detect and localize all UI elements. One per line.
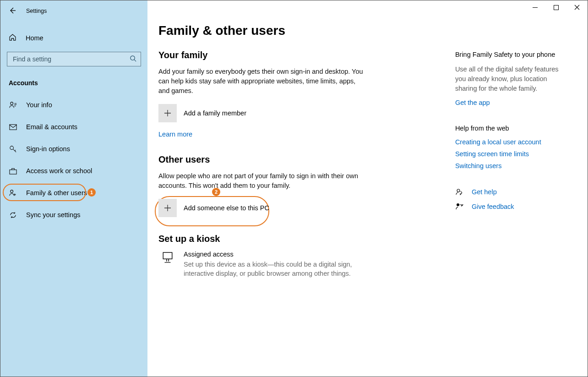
- side-safety: Bring Family Safety to your phone Use al…: [455, 51, 569, 106]
- mail-icon: [9, 123, 17, 131]
- sidebar-item-label: Family & other users: [26, 189, 87, 197]
- side-support: Get help Give feedback: [455, 188, 569, 211]
- svg-point-5: [10, 190, 13, 192]
- sidebar-item-your-info[interactable]: Your info: [0, 94, 147, 116]
- content-columns: Your family Add your family so everybody…: [158, 50, 569, 279]
- svg-point-0: [131, 56, 135, 60]
- settings-app: Settings Home Accounts Your info: [0, 0, 588, 377]
- people-icon: [9, 189, 17, 197]
- web-link-switching[interactable]: Switching users: [455, 162, 569, 169]
- search-box: [7, 52, 141, 66]
- add-other-label: Add someone else to this PC: [184, 204, 269, 212]
- close-button[interactable]: [566, 0, 588, 14]
- sidebar-item-label: Email & accounts: [26, 123, 77, 131]
- sidebar-item-signin[interactable]: Sign-in options: [0, 138, 147, 160]
- side-safety-title: Bring Family Safety to your phone: [455, 51, 569, 58]
- sidebar-home[interactable]: Home: [0, 29, 147, 47]
- others-desc: Allow people who are not part of your fa…: [158, 171, 367, 191]
- family-desc: Add your family so everybody gets their …: [158, 67, 367, 96]
- give-feedback-label: Give feedback: [472, 203, 514, 210]
- home-icon: [9, 33, 16, 43]
- section-others-heading: Other users: [158, 154, 428, 165]
- maximize-button[interactable]: [545, 0, 566, 14]
- learn-more-link[interactable]: Learn more: [158, 131, 192, 138]
- side-web-help: Help from the web Creating a local user …: [455, 125, 569, 169]
- web-link-screen-time[interactable]: Setting screen time limits: [455, 150, 569, 158]
- page-title: Family & other users: [158, 23, 569, 38]
- window-controls: [524, 0, 588, 14]
- annotation-badge-1: 1: [87, 188, 96, 197]
- kiosk-icon: [158, 251, 177, 279]
- side-web-title: Help from the web: [455, 125, 569, 132]
- sidebar-item-label: Your info: [26, 101, 52, 109]
- sidebar-item-family[interactable]: Family & other users 1: [0, 182, 147, 204]
- add-other-user-button[interactable]: Add someone else to this PC: [158, 199, 271, 217]
- add-family-member-button[interactable]: Add a family member: [158, 104, 428, 122]
- sync-icon: [9, 211, 17, 219]
- nav-list: Your info Email & accounts Sign-in optio…: [0, 94, 147, 226]
- section-kiosk-heading: Set up a kiosk: [158, 234, 428, 244]
- search-input[interactable]: [7, 52, 141, 66]
- sidebar-item-email[interactable]: Email & accounts: [0, 116, 147, 138]
- sidebar-item-label: Sign-in options: [26, 145, 70, 153]
- feedback-icon: [455, 202, 463, 211]
- assigned-access-button[interactable]: Assigned access Set up this device as a …: [158, 251, 428, 279]
- help-icon: [455, 188, 463, 196]
- sidebar-item-label: Sync your settings: [26, 211, 80, 219]
- minimize-button[interactable]: [524, 0, 545, 14]
- back-icon[interactable]: [9, 7, 16, 16]
- kiosk-desc: Set up this device as a kiosk—this could…: [184, 260, 358, 279]
- sidebar-category: Accounts: [9, 79, 139, 87]
- section-family-heading: Your family: [158, 50, 428, 60]
- get-app-link[interactable]: Get the app: [455, 99, 490, 106]
- svg-point-9: [457, 203, 459, 206]
- kiosk-title: Assigned access: [184, 251, 358, 258]
- window-title: Settings: [26, 8, 47, 14]
- sidebar: Settings Home Accounts Your info: [0, 0, 147, 377]
- search-icon: [130, 55, 136, 63]
- home-label: Home: [26, 34, 44, 42]
- give-feedback-link[interactable]: Give feedback: [455, 202, 569, 211]
- main-panel: Family & other users Your family Add you…: [147, 0, 588, 377]
- side-safety-desc: Use all of the digital safety features y…: [455, 65, 569, 93]
- svg-point-1: [10, 102, 13, 104]
- key-icon: [9, 145, 17, 153]
- briefcase-icon: [9, 167, 17, 175]
- person-icon: [9, 101, 17, 109]
- svg-rect-4: [9, 169, 16, 174]
- svg-point-3: [10, 146, 13, 149]
- content-main: Your family Add your family so everybody…: [158, 50, 428, 279]
- sidebar-item-work[interactable]: Access work or school: [0, 160, 147, 182]
- plus-icon: [158, 199, 177, 217]
- svg-rect-2: [9, 124, 16, 129]
- sidebar-item-label: Access work or school: [26, 167, 92, 175]
- web-link-local-account[interactable]: Creating a local user account: [455, 138, 569, 146]
- svg-point-8: [457, 189, 460, 192]
- content-side: Bring Family Safety to your phone Use al…: [455, 50, 569, 279]
- sidebar-item-sync[interactable]: Sync your settings: [0, 204, 147, 226]
- add-family-label: Add a family member: [184, 109, 246, 117]
- svg-rect-6: [554, 5, 558, 10]
- get-help-link[interactable]: Get help: [455, 188, 569, 196]
- kiosk-text: Assigned access Set up this device as a …: [184, 251, 358, 279]
- plus-icon: [158, 104, 177, 122]
- get-help-label: Get help: [472, 188, 497, 196]
- svg-rect-7: [163, 252, 172, 259]
- titlebar-left: Settings: [0, 4, 147, 18]
- side-web-links: Creating a local user account Setting sc…: [455, 138, 569, 169]
